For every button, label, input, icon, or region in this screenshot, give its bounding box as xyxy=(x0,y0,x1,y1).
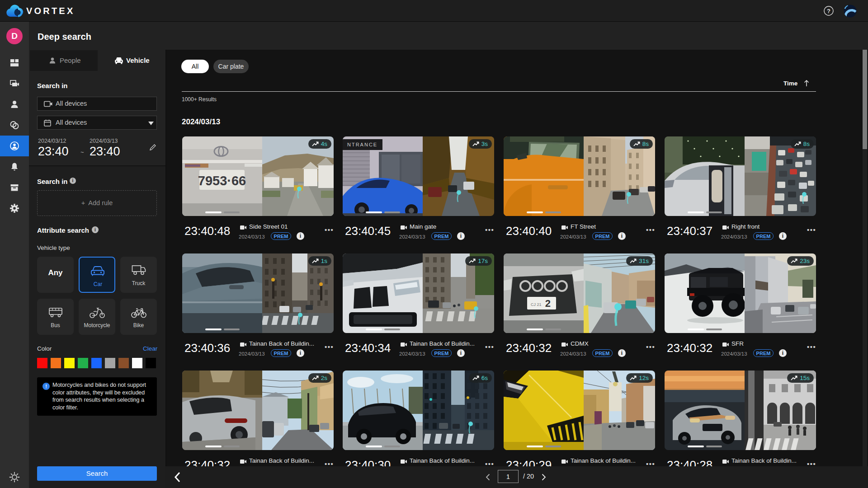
svg-text:7953·66: 7953·66 xyxy=(198,174,246,188)
svg-text:2: 2 xyxy=(545,298,551,309)
svg-text:NTRANCE: NTRANCE xyxy=(347,142,377,147)
svg-text:CJ 21: CJ 21 xyxy=(531,302,542,307)
svg-text:?: ? xyxy=(827,8,830,14)
